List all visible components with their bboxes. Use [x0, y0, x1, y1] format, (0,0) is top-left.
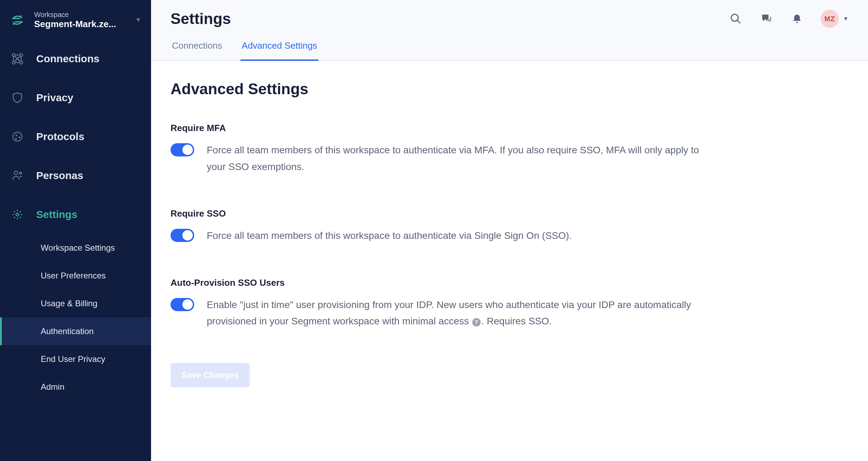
- setting-require-sso: Require SSO Force all team members of th…: [171, 208, 700, 244]
- sidebar-item-protocols[interactable]: Protocols: [0, 117, 151, 156]
- svg-point-11: [19, 172, 22, 174]
- toggle-auto-provision[interactable]: [171, 298, 194, 311]
- svg-point-8: [19, 137, 21, 138]
- setting-title: Require MFA: [171, 123, 700, 134]
- segment-logo-icon: [10, 13, 25, 28]
- svg-point-0: [21, 15, 22, 17]
- search-button[interactable]: [729, 12, 743, 26]
- toggle-knob: [182, 230, 193, 241]
- setting-description: Enable "just in time" user provisioning …: [207, 297, 700, 330]
- svg-point-1: [13, 24, 14, 25]
- help-icon[interactable]: ?: [472, 318, 481, 326]
- tab-connections[interactable]: Connections: [171, 40, 224, 61]
- subnav-item-label: Usage & Billing: [41, 299, 97, 308]
- toggle-require-sso[interactable]: [171, 229, 194, 242]
- bell-icon: [791, 13, 803, 24]
- tab-label: Connections: [172, 40, 222, 51]
- chevron-down-icon: ▼: [135, 16, 141, 24]
- toggle-knob: [182, 145, 193, 155]
- subnav-item-end-user-privacy[interactable]: End User Privacy: [0, 345, 151, 373]
- toggle-knob: [182, 299, 193, 310]
- sidebar-item-label: Privacy: [36, 92, 73, 104]
- sidebar-item-personas[interactable]: Personas: [0, 156, 151, 195]
- subnav-item-workspace-settings[interactable]: Workspace Settings: [0, 234, 151, 262]
- topbar-actions: MZ ▼: [729, 10, 849, 28]
- subnav-item-label: User Preferences: [41, 271, 106, 281]
- svg-point-7: [16, 135, 17, 136]
- setting-description: Force all team members of this workspace…: [207, 227, 572, 244]
- subnav-item-usage-billing[interactable]: Usage & Billing: [0, 290, 151, 317]
- topbar-row: Settings: [171, 10, 849, 28]
- tab-advanced-settings[interactable]: Advanced Settings: [240, 40, 319, 61]
- content: Advanced Settings Require MFA Force all …: [151, 61, 868, 461]
- tab-label: Advanced Settings: [242, 40, 317, 51]
- workspace-switcher[interactable]: Workspace Segment-Mark.ze... ▼: [0, 4, 151, 39]
- sidebar-item-connections[interactable]: Connections: [0, 39, 151, 78]
- svg-point-13: [731, 14, 738, 21]
- svg-point-10: [14, 171, 18, 175]
- connections-icon: [10, 51, 25, 66]
- notifications-button[interactable]: [790, 12, 804, 26]
- shield-icon: [10, 90, 25, 105]
- button-label: Save Changes: [182, 370, 239, 380]
- toggle-require-mfa[interactable]: [171, 143, 194, 156]
- search-icon: [730, 13, 742, 25]
- svg-point-9: [15, 138, 17, 140]
- subnav-item-label: Admin: [41, 382, 64, 392]
- setting-title: Require SSO: [171, 208, 700, 219]
- workspace-label: Workspace: [34, 10, 132, 19]
- chevron-down-icon: ▼: [843, 16, 849, 22]
- workspace-info: Workspace Segment-Mark.ze...: [34, 10, 132, 30]
- sidebar-item-label: Protocols: [36, 131, 84, 143]
- subnav-item-authentication[interactable]: Authentication: [0, 317, 151, 345]
- sidebar-item-settings[interactable]: Settings: [0, 195, 151, 234]
- setting-auto-provision: Auto-Provision SSO Users Enable "just in…: [171, 277, 700, 330]
- user-menu[interactable]: MZ ▼: [821, 10, 849, 28]
- sidebar-item-label: Settings: [36, 209, 77, 220]
- chat-icon: [760, 13, 772, 25]
- avatar: MZ: [821, 10, 839, 28]
- setting-desc-text: Enable "just in time" user provisioning …: [207, 299, 691, 327]
- subnav-item-label: End User Privacy: [41, 354, 105, 364]
- setting-description: Force all team members of this workspace…: [207, 142, 700, 175]
- subnav-item-user-preferences[interactable]: User Preferences: [0, 262, 151, 290]
- svg-point-6: [13, 132, 22, 141]
- personas-icon: [10, 168, 25, 183]
- app-root: Workspace Segment-Mark.ze... ▼ Connectio…: [0, 0, 868, 461]
- svg-point-4: [12, 61, 15, 64]
- topbar: Settings: [151, 0, 868, 61]
- protocols-icon: [10, 129, 25, 144]
- subnav-item-label: Authentication: [41, 326, 94, 336]
- subnav-item-label: Workspace Settings: [41, 243, 115, 253]
- svg-point-3: [20, 54, 23, 56]
- sidebar-subnav: Workspace Settings User Preferences Usag…: [0, 234, 151, 401]
- sidebar-nav: Connections Privacy: [0, 39, 151, 401]
- section-title: Advanced Settings: [171, 80, 849, 98]
- page-title: Settings: [171, 10, 231, 27]
- main: Settings: [151, 0, 868, 461]
- sidebar: Workspace Segment-Mark.ze... ▼ Connectio…: [0, 0, 151, 461]
- save-changes-button[interactable]: Save Changes: [171, 363, 250, 387]
- setting-desc-text: . Requires SSO.: [481, 316, 552, 326]
- svg-point-5: [20, 61, 23, 64]
- tabs: Connections Advanced Settings: [171, 40, 849, 60]
- svg-point-12: [16, 213, 19, 216]
- workspace-name: Segment-Mark.ze...: [34, 19, 128, 30]
- messages-button[interactable]: [759, 12, 773, 26]
- setting-title: Auto-Provision SSO Users: [171, 277, 700, 288]
- sidebar-item-label: Connections: [36, 53, 100, 65]
- svg-point-2: [12, 54, 15, 56]
- subnav-item-admin[interactable]: Admin: [0, 373, 151, 401]
- sidebar-item-privacy[interactable]: Privacy: [0, 78, 151, 117]
- setting-require-mfa: Require MFA Force all team members of th…: [171, 123, 700, 175]
- sidebar-item-label: Personas: [36, 170, 83, 181]
- gear-icon: [10, 207, 25, 222]
